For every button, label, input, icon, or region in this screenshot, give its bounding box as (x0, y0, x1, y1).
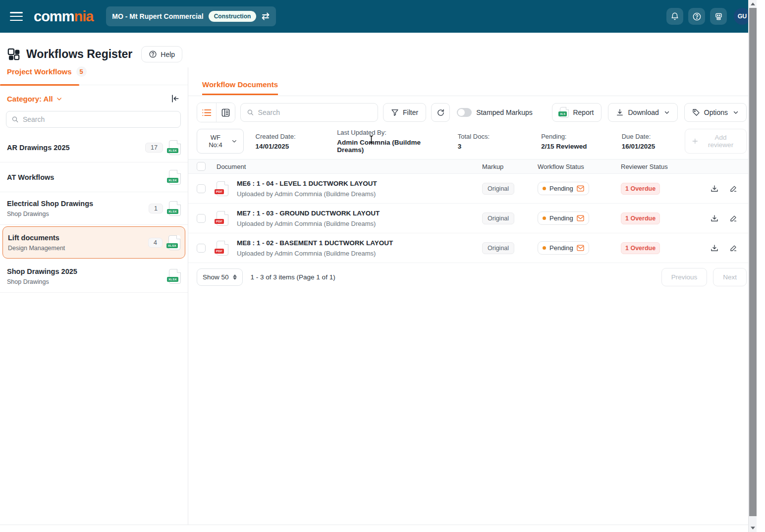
documents-table-header: Document Markup Workflow Status Reviewer… (188, 159, 757, 174)
switch-project-icon[interactable] (261, 12, 270, 20)
help-question-icon (149, 50, 157, 58)
pdf-file-icon: PDF (217, 181, 228, 196)
document-title[interactable]: ME8 : 1 - 02 - BASEMENT 1 DUCTWORK LAYOU… (237, 239, 393, 247)
document-title[interactable]: ME6 : 1 - 04 - LEVEL 1 DUCTWORK LAYOUT (237, 180, 377, 187)
documents-toolbar: Filter Stamped Markups XLS Report Downlo… (197, 103, 747, 122)
filter-button[interactable]: Filter (383, 103, 426, 122)
assistant-button[interactable] (710, 8, 727, 25)
row-checkbox[interactable] (197, 184, 206, 193)
doc-count-badge: 4 (148, 238, 163, 248)
help-center-button[interactable] (688, 8, 705, 25)
document-row[interactable]: PDF ME7 : 1 - 03 - GROUND DUCTWORK LAYOU… (188, 204, 757, 233)
page-title: Workflows Register (26, 48, 132, 61)
notifications-button[interactable] (666, 8, 683, 25)
scroll-down-arrow[interactable] (749, 524, 757, 532)
chevron-down-icon (231, 138, 237, 144)
app-page: commnia MO - Mt Rupert Commercial Constr… (0, 0, 757, 532)
report-button[interactable]: XLS Report (552, 103, 601, 122)
column-workflow-status: Workflow Status (538, 163, 621, 170)
document-title[interactable]: ME7 : 1 - 03 - GROUND DUCTWORK LAYOUT (237, 210, 380, 217)
card-view-icon (221, 108, 230, 117)
reviewer-status-badge: 1 Overdue (621, 242, 660, 254)
project-workflows-count-badge: 5 (76, 66, 87, 77)
pending-field: Pending: 2/15 Reviewed (541, 133, 610, 150)
workflow-item-shop-drawings-2025[interactable]: Shop Drawings 2025 Shop Drawings XLSX (0, 260, 188, 293)
download-button[interactable]: Download (608, 103, 677, 122)
pending-dot (543, 187, 546, 190)
stamped-markups-toggle[interactable] (457, 108, 472, 117)
tab-workflow-documents[interactable]: Workflow Documents (202, 80, 278, 95)
document-row[interactable]: PDF ME8 : 1 - 02 - BASEMENT 1 DUCTWORK L… (188, 233, 757, 263)
last-updated-field: Last Updated By: Admin Commnia (Buildme … (337, 129, 446, 154)
wf-number-dropdown[interactable]: WF No:4 (197, 129, 244, 154)
search-icon (247, 108, 254, 116)
project-name: MO - Mt Rupert Commercial (112, 12, 203, 20)
scrollbar-thumb[interactable] (749, 8, 757, 516)
tab-project-workflows[interactable]: Project Workflows (7, 67, 72, 76)
bell-icon (670, 12, 679, 21)
xlsx-file-icon[interactable]: XLSX (169, 170, 181, 185)
row-download-icon[interactable] (710, 244, 719, 253)
plus-icon (692, 138, 699, 145)
row-markup-pen-icon[interactable] (729, 244, 738, 253)
refresh-button[interactable] (431, 103, 450, 122)
select-all-checkbox[interactable] (197, 162, 206, 171)
page-size-select[interactable]: Show 50 (197, 268, 243, 286)
xlsx-file-icon[interactable]: XLSX (169, 140, 181, 155)
card-view-button[interactable] (216, 103, 235, 122)
due-date-field: Due Date: 16/01/2025 (622, 133, 685, 150)
sidebar-search-input[interactable] (23, 115, 175, 123)
pdf-file-icon: PDF (217, 241, 228, 256)
refresh-icon (437, 108, 445, 117)
question-circle-icon (692, 12, 702, 21)
workflow-item-ar-drawings[interactable]: AR Drawings 2025 17 XLSX (0, 133, 188, 162)
markup-badge: Original (482, 242, 514, 254)
next-page-button[interactable]: Next (713, 268, 747, 286)
doc-count-badge: 1 (149, 204, 163, 213)
list-view-button[interactable] (197, 103, 216, 122)
options-button[interactable]: Options (684, 103, 747, 122)
row-checkbox[interactable] (197, 244, 206, 253)
previous-page-button[interactable]: Previous (661, 268, 708, 286)
help-button[interactable]: Help (141, 46, 182, 62)
vertical-scrollbar[interactable] (748, 0, 757, 532)
xlsx-file-icon[interactable]: XLSX (169, 269, 181, 284)
add-reviewer-button[interactable]: Add reviewer (685, 129, 747, 154)
envelope-icon (577, 185, 584, 192)
document-row[interactable]: PDF ME6 : 1 - 04 - LEVEL 1 DUCTWORK LAYO… (188, 174, 757, 204)
reviewer-status-badge: 1 Overdue (621, 213, 660, 224)
project-phase-badge: Construction (209, 11, 257, 22)
row-markup-pen-icon[interactable] (729, 214, 738, 223)
xlsx-file-icon[interactable]: XLSX (168, 235, 180, 250)
workflow-item-at-workflows[interactable]: AT Workflows XLSX (0, 162, 188, 192)
markup-badge: Original (482, 183, 514, 195)
collapse-sidebar-icon[interactable] (170, 94, 180, 104)
envelope-icon (577, 245, 584, 251)
hamburger-menu-icon[interactable] (10, 12, 23, 21)
row-checkbox[interactable] (197, 214, 206, 223)
chevron-down-icon (56, 96, 62, 102)
project-selector[interactable]: MO - Mt Rupert Commercial Construction (106, 6, 276, 26)
stepper-icon (233, 274, 237, 280)
workflow-item-lift-documents-selected[interactable]: Lift documents Design Management 4 XLSX (2, 226, 185, 259)
workflow-status-badge[interactable]: Pending (538, 182, 589, 195)
documents-search-input[interactable] (258, 108, 372, 116)
filter-funnel-icon (391, 108, 399, 116)
workflow-status-badge[interactable]: Pending (538, 241, 589, 255)
sidebar-search[interactable] (6, 111, 181, 128)
row-download-icon[interactable] (710, 184, 719, 193)
workflow-status-badge[interactable]: Pending (538, 212, 589, 225)
pdf-file-icon: PDF (217, 211, 228, 226)
documents-search[interactable] (240, 103, 378, 122)
column-document: Document (217, 163, 246, 170)
xlsx-file-icon[interactable]: XLSX (169, 201, 181, 216)
search-icon (11, 115, 19, 123)
scroll-up-arrow[interactable] (749, 0, 757, 8)
row-download-icon[interactable] (710, 214, 719, 223)
workflow-item-electrical-shop-drawings[interactable]: Electrical Shop Drawings Shop Drawings 1… (0, 192, 188, 225)
row-markup-pen-icon[interactable] (729, 184, 738, 193)
category-filter-dropdown[interactable]: Category: All (7, 95, 62, 103)
commnia-logo[interactable]: commnia (34, 8, 93, 25)
created-date-field: Created Date: 14/01/2025 (256, 133, 326, 150)
pending-dot (543, 246, 546, 250)
